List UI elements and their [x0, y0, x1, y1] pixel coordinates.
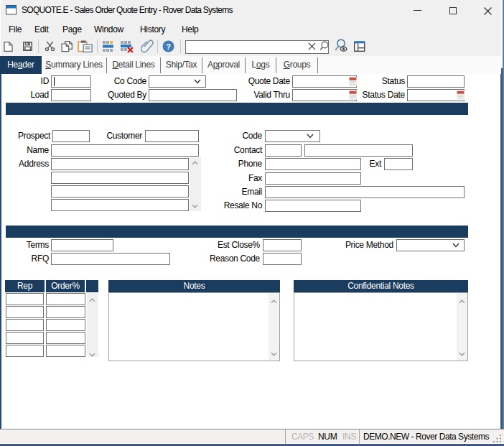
svg-text:?: ? — [166, 42, 171, 51]
